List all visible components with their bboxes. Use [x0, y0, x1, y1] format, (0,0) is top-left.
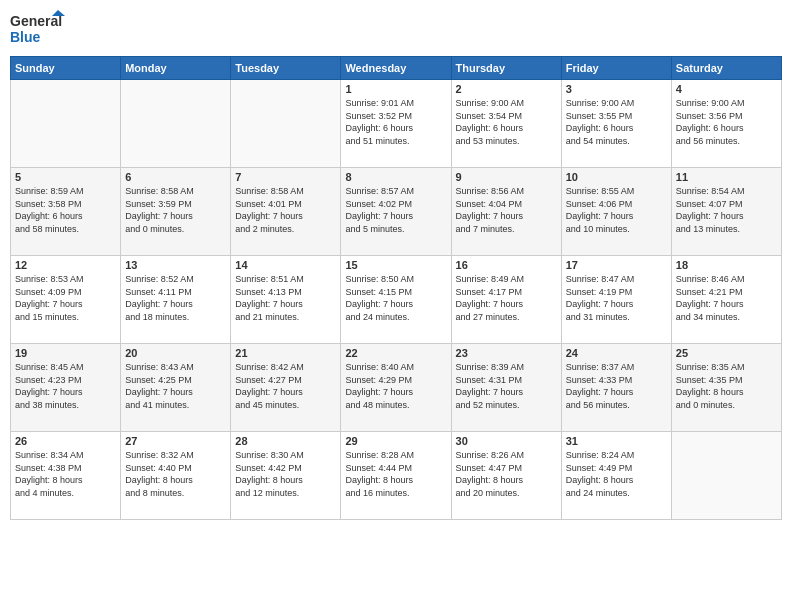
- calendar-cell: 16Sunrise: 8:49 AM Sunset: 4:17 PM Dayli…: [451, 256, 561, 344]
- calendar-cell: 28Sunrise: 8:30 AM Sunset: 4:42 PM Dayli…: [231, 432, 341, 520]
- day-info: Sunrise: 8:53 AM Sunset: 4:09 PM Dayligh…: [15, 273, 116, 323]
- day-info: Sunrise: 8:40 AM Sunset: 4:29 PM Dayligh…: [345, 361, 446, 411]
- calendar-cell: 27Sunrise: 8:32 AM Sunset: 4:40 PM Dayli…: [121, 432, 231, 520]
- day-number: 29: [345, 435, 446, 447]
- calendar-cell: 21Sunrise: 8:42 AM Sunset: 4:27 PM Dayli…: [231, 344, 341, 432]
- day-number: 26: [15, 435, 116, 447]
- day-info: Sunrise: 8:54 AM Sunset: 4:07 PM Dayligh…: [676, 185, 777, 235]
- day-number: 4: [676, 83, 777, 95]
- weekday-header-monday: Monday: [121, 57, 231, 80]
- day-info: Sunrise: 8:58 AM Sunset: 4:01 PM Dayligh…: [235, 185, 336, 235]
- day-number: 24: [566, 347, 667, 359]
- day-number: 30: [456, 435, 557, 447]
- day-number: 19: [15, 347, 116, 359]
- day-info: Sunrise: 9:00 AM Sunset: 3:56 PM Dayligh…: [676, 97, 777, 147]
- day-number: 31: [566, 435, 667, 447]
- weekday-header-friday: Friday: [561, 57, 671, 80]
- calendar-cell: 22Sunrise: 8:40 AM Sunset: 4:29 PM Dayli…: [341, 344, 451, 432]
- day-info: Sunrise: 8:30 AM Sunset: 4:42 PM Dayligh…: [235, 449, 336, 499]
- day-info: Sunrise: 8:56 AM Sunset: 4:04 PM Dayligh…: [456, 185, 557, 235]
- calendar-cell: 3Sunrise: 9:00 AM Sunset: 3:55 PM Daylig…: [561, 80, 671, 168]
- day-number: 28: [235, 435, 336, 447]
- calendar-cell: [231, 80, 341, 168]
- calendar-cell: 14Sunrise: 8:51 AM Sunset: 4:13 PM Dayli…: [231, 256, 341, 344]
- day-number: 16: [456, 259, 557, 271]
- day-number: 17: [566, 259, 667, 271]
- day-info: Sunrise: 9:01 AM Sunset: 3:52 PM Dayligh…: [345, 97, 446, 147]
- day-number: 7: [235, 171, 336, 183]
- calendar-cell: 2Sunrise: 9:00 AM Sunset: 3:54 PM Daylig…: [451, 80, 561, 168]
- day-number: 8: [345, 171, 446, 183]
- calendar-cell: 11Sunrise: 8:54 AM Sunset: 4:07 PM Dayli…: [671, 168, 781, 256]
- calendar-cell: 24Sunrise: 8:37 AM Sunset: 4:33 PM Dayli…: [561, 344, 671, 432]
- day-info: Sunrise: 8:35 AM Sunset: 4:35 PM Dayligh…: [676, 361, 777, 411]
- calendar-week-1: 1Sunrise: 9:01 AM Sunset: 3:52 PM Daylig…: [11, 80, 782, 168]
- day-info: Sunrise: 8:28 AM Sunset: 4:44 PM Dayligh…: [345, 449, 446, 499]
- calendar-cell: 19Sunrise: 8:45 AM Sunset: 4:23 PM Dayli…: [11, 344, 121, 432]
- day-info: Sunrise: 8:34 AM Sunset: 4:38 PM Dayligh…: [15, 449, 116, 499]
- calendar-cell: 8Sunrise: 8:57 AM Sunset: 4:02 PM Daylig…: [341, 168, 451, 256]
- day-number: 2: [456, 83, 557, 95]
- weekday-header-thursday: Thursday: [451, 57, 561, 80]
- day-info: Sunrise: 8:39 AM Sunset: 4:31 PM Dayligh…: [456, 361, 557, 411]
- day-info: Sunrise: 8:37 AM Sunset: 4:33 PM Dayligh…: [566, 361, 667, 411]
- day-number: 9: [456, 171, 557, 183]
- calendar-cell: [671, 432, 781, 520]
- day-info: Sunrise: 8:45 AM Sunset: 4:23 PM Dayligh…: [15, 361, 116, 411]
- calendar-cell: 26Sunrise: 8:34 AM Sunset: 4:38 PM Dayli…: [11, 432, 121, 520]
- header: GeneralBlue: [10, 10, 782, 50]
- calendar-week-3: 12Sunrise: 8:53 AM Sunset: 4:09 PM Dayli…: [11, 256, 782, 344]
- calendar-cell: 4Sunrise: 9:00 AM Sunset: 3:56 PM Daylig…: [671, 80, 781, 168]
- calendar-cell: 10Sunrise: 8:55 AM Sunset: 4:06 PM Dayli…: [561, 168, 671, 256]
- day-number: 11: [676, 171, 777, 183]
- day-number: 10: [566, 171, 667, 183]
- day-info: Sunrise: 8:32 AM Sunset: 4:40 PM Dayligh…: [125, 449, 226, 499]
- day-info: Sunrise: 8:42 AM Sunset: 4:27 PM Dayligh…: [235, 361, 336, 411]
- calendar-cell: [121, 80, 231, 168]
- day-number: 3: [566, 83, 667, 95]
- calendar-cell: 29Sunrise: 8:28 AM Sunset: 4:44 PM Dayli…: [341, 432, 451, 520]
- calendar-cell: 5Sunrise: 8:59 AM Sunset: 3:58 PM Daylig…: [11, 168, 121, 256]
- day-number: 5: [15, 171, 116, 183]
- calendar-week-4: 19Sunrise: 8:45 AM Sunset: 4:23 PM Dayli…: [11, 344, 782, 432]
- day-number: 22: [345, 347, 446, 359]
- svg-text:Blue: Blue: [10, 29, 41, 45]
- day-info: Sunrise: 8:55 AM Sunset: 4:06 PM Dayligh…: [566, 185, 667, 235]
- calendar-cell: 12Sunrise: 8:53 AM Sunset: 4:09 PM Dayli…: [11, 256, 121, 344]
- calendar-cell: 30Sunrise: 8:26 AM Sunset: 4:47 PM Dayli…: [451, 432, 561, 520]
- day-info: Sunrise: 8:52 AM Sunset: 4:11 PM Dayligh…: [125, 273, 226, 323]
- calendar-cell: 17Sunrise: 8:47 AM Sunset: 4:19 PM Dayli…: [561, 256, 671, 344]
- calendar-cell: 6Sunrise: 8:58 AM Sunset: 3:59 PM Daylig…: [121, 168, 231, 256]
- logo-icon: GeneralBlue: [10, 10, 70, 50]
- calendar-cell: 31Sunrise: 8:24 AM Sunset: 4:49 PM Dayli…: [561, 432, 671, 520]
- day-number: 14: [235, 259, 336, 271]
- day-info: Sunrise: 8:26 AM Sunset: 4:47 PM Dayligh…: [456, 449, 557, 499]
- calendar-week-2: 5Sunrise: 8:59 AM Sunset: 3:58 PM Daylig…: [11, 168, 782, 256]
- calendar-cell: 20Sunrise: 8:43 AM Sunset: 4:25 PM Dayli…: [121, 344, 231, 432]
- day-number: 23: [456, 347, 557, 359]
- day-info: Sunrise: 8:50 AM Sunset: 4:15 PM Dayligh…: [345, 273, 446, 323]
- day-info: Sunrise: 8:57 AM Sunset: 4:02 PM Dayligh…: [345, 185, 446, 235]
- day-info: Sunrise: 8:43 AM Sunset: 4:25 PM Dayligh…: [125, 361, 226, 411]
- calendar-week-5: 26Sunrise: 8:34 AM Sunset: 4:38 PM Dayli…: [11, 432, 782, 520]
- calendar-cell: 23Sunrise: 8:39 AM Sunset: 4:31 PM Dayli…: [451, 344, 561, 432]
- day-info: Sunrise: 8:47 AM Sunset: 4:19 PM Dayligh…: [566, 273, 667, 323]
- day-info: Sunrise: 8:59 AM Sunset: 3:58 PM Dayligh…: [15, 185, 116, 235]
- day-number: 15: [345, 259, 446, 271]
- calendar-table: SundayMondayTuesdayWednesdayThursdayFrid…: [10, 56, 782, 520]
- calendar-cell: 7Sunrise: 8:58 AM Sunset: 4:01 PM Daylig…: [231, 168, 341, 256]
- day-number: 20: [125, 347, 226, 359]
- calendar-cell: 1Sunrise: 9:01 AM Sunset: 3:52 PM Daylig…: [341, 80, 451, 168]
- calendar-cell: 25Sunrise: 8:35 AM Sunset: 4:35 PM Dayli…: [671, 344, 781, 432]
- logo: GeneralBlue: [10, 10, 70, 50]
- weekday-header-wednesday: Wednesday: [341, 57, 451, 80]
- day-number: 1: [345, 83, 446, 95]
- weekday-header-saturday: Saturday: [671, 57, 781, 80]
- day-number: 6: [125, 171, 226, 183]
- calendar-cell: 15Sunrise: 8:50 AM Sunset: 4:15 PM Dayli…: [341, 256, 451, 344]
- weekday-header-tuesday: Tuesday: [231, 57, 341, 80]
- day-info: Sunrise: 8:24 AM Sunset: 4:49 PM Dayligh…: [566, 449, 667, 499]
- day-info: Sunrise: 8:51 AM Sunset: 4:13 PM Dayligh…: [235, 273, 336, 323]
- day-info: Sunrise: 8:49 AM Sunset: 4:17 PM Dayligh…: [456, 273, 557, 323]
- calendar-cell: 13Sunrise: 8:52 AM Sunset: 4:11 PM Dayli…: [121, 256, 231, 344]
